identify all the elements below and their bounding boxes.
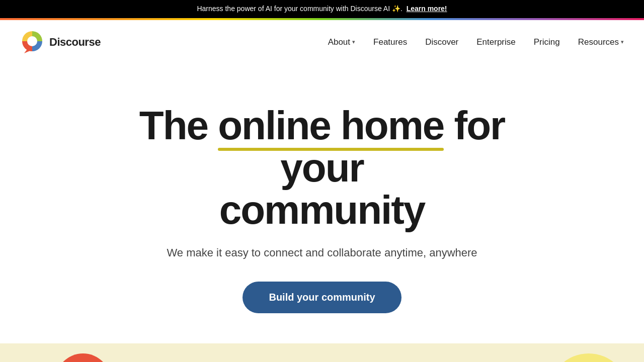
hero-heading: The online home for yourcommunity xyxy=(96,105,548,231)
nav-label-enterprise: Enterprise xyxy=(476,37,515,47)
hero-subheading: We make it easy to connect and collabora… xyxy=(20,246,624,259)
nav-label-about: About xyxy=(328,37,350,47)
decoration-circle-red xyxy=(55,353,111,362)
nav-item-pricing[interactable]: Pricing xyxy=(534,37,560,47)
chevron-down-icon: ▾ xyxy=(621,39,624,45)
logo-label: Discourse xyxy=(49,36,101,49)
banner-text: Harness the power of AI for your communi… xyxy=(197,5,402,13)
decoration-circle-yellow xyxy=(548,353,629,362)
bottom-decoration xyxy=(0,343,644,362)
chevron-down-icon: ▾ xyxy=(352,39,355,45)
hero-heading-underlined: online home xyxy=(218,105,444,147)
nav-label-resources: Resources xyxy=(578,37,619,47)
nav-item-features[interactable]: Features xyxy=(373,37,407,47)
cta-build-community-button[interactable]: Build your community xyxy=(243,282,401,313)
discourse-logo-icon xyxy=(20,30,44,54)
nav-item-discover[interactable]: Discover xyxy=(425,37,458,47)
announcement-banner: Harness the power of AI for your communi… xyxy=(0,0,644,18)
nav-links: About ▾ Features Discover Enterprise Pri… xyxy=(328,37,624,47)
nav-item-about[interactable]: About ▾ xyxy=(328,37,355,47)
logo[interactable]: Discourse xyxy=(20,30,101,54)
nav-label-discover: Discover xyxy=(425,37,458,47)
nav-label-features: Features xyxy=(373,37,407,47)
hero-section: The online home for yourcommunity We mak… xyxy=(0,64,644,343)
main-nav: Discourse About ▾ Features Discover Ente… xyxy=(0,20,644,64)
banner-link[interactable]: Learn more! xyxy=(407,5,447,13)
nav-item-resources[interactable]: Resources ▾ xyxy=(578,37,624,47)
svg-point-1 xyxy=(27,36,37,46)
nav-label-pricing: Pricing xyxy=(534,37,560,47)
nav-item-enterprise[interactable]: Enterprise xyxy=(476,37,515,47)
